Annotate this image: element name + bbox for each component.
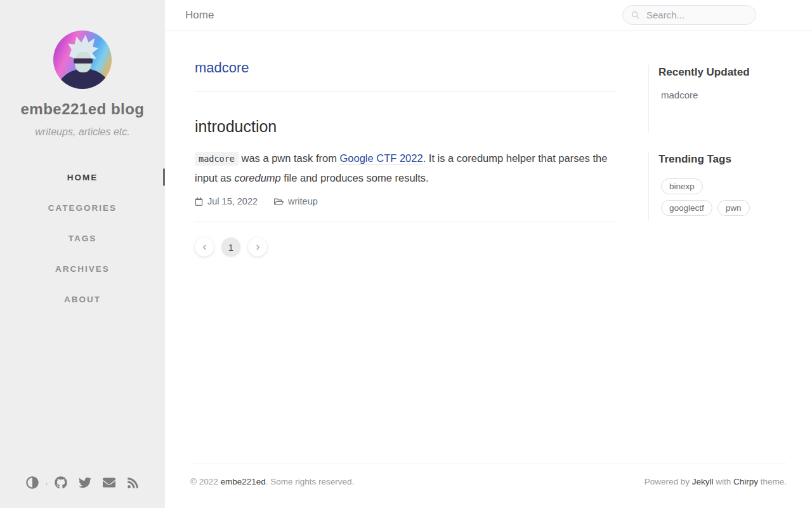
inline-code: madcore [195, 152, 239, 166]
footer-copyright: © 2022 embe221ed. Some rights reserved. [190, 477, 354, 486]
breadcrumb: Home [185, 9, 214, 22]
trending-tags-heading: Trending Tags [658, 153, 787, 166]
sidebar-social-bar: · [0, 476, 165, 489]
recently-updated-section: Recently Updated madcore [648, 65, 787, 133]
post-list: madcore introduction madcore was a pwn t… [195, 30, 617, 257]
recently-updated-list: madcore [658, 90, 787, 101]
list-item: madcore [661, 90, 787, 101]
footer-powered-by: Powered by Jekyll with Chirpy theme. [645, 477, 787, 486]
github-link[interactable] [55, 476, 67, 489]
post-title-link[interactable]: madcore [195, 60, 249, 76]
sidebar-nav: HOME CATEGORIES TAGS ARCHIVES ABOUT [0, 162, 165, 314]
main-content: madcore introduction madcore was a pwn t… [165, 30, 812, 464]
with-text: with [713, 477, 733, 486]
post-category: writeup [274, 196, 318, 206]
twitter-link[interactable] [79, 476, 91, 489]
search-box[interactable] [622, 5, 756, 25]
calendar-icon [195, 197, 203, 206]
theme-text: theme. [758, 477, 787, 486]
recent-post-link[interactable]: madcore [661, 90, 698, 100]
tag-pwn[interactable]: pwn [717, 200, 750, 216]
twitter-icon [79, 476, 91, 489]
google-ctf-link[interactable]: Google CTF 2022 [339, 152, 422, 164]
avatar-glasses-shape [74, 58, 93, 64]
excerpt-text: file and produces some results. [281, 172, 429, 184]
tag-googlectf[interactable]: googlectf [661, 200, 712, 216]
tag-binexp[interactable]: binexp [661, 178, 703, 194]
post-date-label: Jul 15, 2022 [207, 196, 258, 206]
sidebar-item-about[interactable]: ABOUT [0, 284, 165, 314]
rights-text: . Some rights reserved. [266, 477, 355, 486]
recently-updated-heading: Recently Updated [658, 66, 787, 79]
pagination-page-1[interactable]: 1 [221, 237, 240, 257]
search-input[interactable] [645, 9, 748, 21]
copyright-text: © 2022 [190, 477, 220, 486]
sidebar-item-archives[interactable]: ARCHIVES [0, 253, 165, 284]
chevron-right-icon [254, 244, 261, 251]
category-link[interactable]: writeup [288, 196, 318, 206]
github-icon [55, 476, 67, 489]
pagination-prev-button[interactable] [195, 237, 214, 257]
powered-by-text: Powered by [645, 477, 692, 486]
title-divider [195, 91, 617, 92]
emphasis-text: coredump [234, 172, 280, 184]
post-preview-card: madcore introduction madcore was a pwn t… [195, 60, 617, 206]
icon-separator-dot: · [45, 478, 48, 488]
sidebar-item-tags[interactable]: TAGS [0, 223, 165, 253]
trending-tags-section: Trending Tags binexp googlectf pwn [648, 152, 787, 221]
pagination-next-button[interactable] [248, 237, 267, 257]
main-wrapper: Home madcore introduction madcore was a … [165, 0, 812, 508]
tag-cloud: binexp googlectf pwn [661, 178, 756, 216]
section-heading: introduction [195, 117, 617, 136]
avatar[interactable] [53, 30, 112, 89]
rss-link[interactable] [127, 477, 139, 489]
email-link[interactable] [103, 476, 115, 489]
site-subtitle: writeups, articles etc. [35, 126, 129, 138]
excerpt-text: was a pwn task from [239, 152, 340, 164]
folder-open-icon [274, 197, 284, 206]
theme-toggle-button[interactable] [26, 476, 39, 489]
contrast-icon [26, 476, 39, 489]
email-icon [103, 476, 115, 489]
list-divider [195, 222, 617, 222]
sidebar: embe221ed blog writeups, articles etc. H… [0, 0, 165, 508]
post-meta: Jul 15, 2022 writeup [195, 196, 617, 206]
post-date: Jul 15, 2022 [195, 196, 258, 206]
right-panel: Recently Updated madcore Trending Tags b… [648, 30, 787, 221]
excerpt-paragraph: madcore was a pwn task from Google CTF 2… [195, 149, 617, 187]
sidebar-item-categories[interactable]: CATEGORIES [0, 192, 165, 223]
search-icon [631, 10, 640, 20]
post-title: madcore [195, 60, 617, 76]
footer: © 2022 embe221ed. Some rights reserved. … [190, 464, 787, 508]
author-link[interactable]: embe221ed [220, 477, 265, 486]
sidebar-item-home[interactable]: HOME [0, 162, 165, 192]
jekyll-link[interactable]: Jekyll [692, 477, 714, 486]
rss-icon [127, 477, 139, 489]
chirpy-link[interactable]: Chirpy [733, 477, 758, 486]
chevron-left-icon [201, 244, 208, 251]
topbar: Home [165, 0, 812, 30]
post-excerpt: introduction madcore was a pwn task from… [195, 117, 617, 187]
pagination: 1 [195, 237, 617, 257]
site-title[interactable]: embe221ed blog [20, 100, 144, 118]
